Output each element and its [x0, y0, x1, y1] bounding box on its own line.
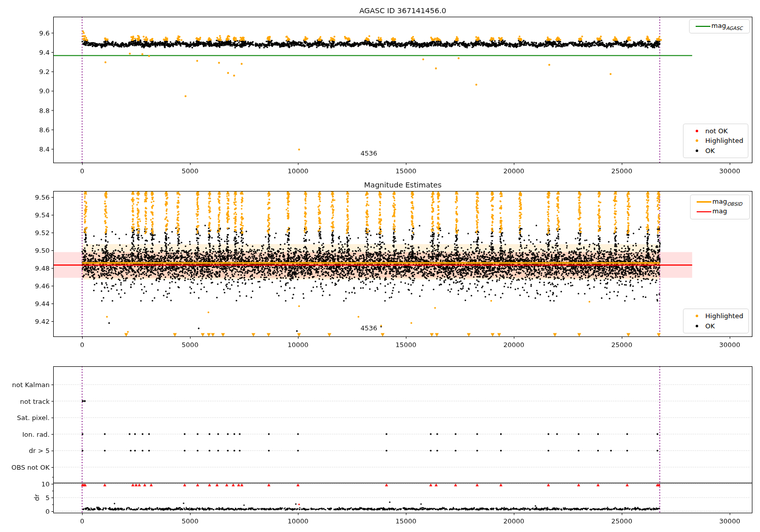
x-tick-label: 0: [80, 517, 84, 525]
legend-label: magOBSID: [712, 198, 742, 207]
category-label: Sat. pixel.: [17, 414, 50, 422]
not-ok-dot-swatch: [696, 130, 698, 132]
legend-label: mag: [712, 207, 727, 216]
highlighted-dot-swatch: [696, 315, 698, 317]
x-tick-label: 30000: [719, 341, 740, 349]
x-tick-label: 5000: [182, 341, 199, 349]
category-label: dr > 5: [29, 447, 50, 454]
x-tick-label: 20000: [504, 341, 524, 349]
x-tick-label: 10000: [287, 341, 308, 349]
legend-entry: OK: [688, 146, 743, 156]
y-tick-label: 9.54: [35, 211, 50, 219]
mag-agasc-line-swatch: [696, 26, 710, 27]
y-tick-label: 9.48: [35, 264, 50, 272]
legend-swatch-wrap: [688, 325, 705, 327]
mag-obsid-line-swatch: [697, 201, 711, 203]
dr-axis-label: dr: [33, 494, 41, 501]
legend-label: magAGASC: [711, 22, 743, 31]
x-tick-label: 30000: [719, 517, 740, 525]
category-label: OBS not OK: [12, 464, 50, 471]
legend-label: Highlighted: [705, 137, 743, 144]
legend-entry: Highlighted: [688, 136, 743, 145]
legend-mid-status: Highlighted OK: [683, 309, 749, 333]
chart2-title: Magnitude Estimates: [53, 181, 752, 189]
highlighted-dot-swatch: [696, 139, 698, 142]
legend-entry: OK: [688, 321, 744, 331]
x-tick-label: 20000: [504, 517, 524, 525]
x-tick-label: 15000: [395, 167, 416, 175]
y-tick-label: 9.46: [35, 282, 50, 290]
ok-dot-swatch: [696, 149, 698, 152]
legend-swatch-wrap: [688, 139, 705, 142]
legend-label: not OK: [705, 127, 728, 135]
x-tick-label: 0: [80, 167, 84, 175]
x-tick-label: 25000: [612, 517, 632, 525]
legend-mag-lines: magOBSID mag: [690, 195, 750, 219]
legend-label: OK: [705, 322, 715, 330]
legend-swatch-wrap: [695, 211, 712, 212]
chart1-title: AGASC ID 367141456.0: [53, 7, 752, 15]
legend-label: Highlighted: [705, 312, 743, 320]
dr-tick-label: 0: [46, 508, 50, 515]
chart1-annotation: 4536: [360, 149, 377, 157]
y-tick-label: 9.4: [39, 48, 50, 56]
x-tick-label: 20000: [504, 167, 524, 175]
dr-tick-label: 5: [46, 494, 50, 502]
x-tick-label: 0: [80, 341, 84, 349]
y-tick-label: 9.50: [35, 247, 50, 254]
category-label: Ion. rad.: [22, 430, 50, 438]
legend-entry: magAGASC: [694, 22, 745, 31]
figure: AGASC ID 367141456.0 Magnitude Estimates…: [0, 0, 760, 532]
y-tick-label: 9.0: [39, 87, 50, 95]
x-tick-label: 25000: [612, 167, 632, 175]
y-tick-label: 9.56: [35, 194, 50, 201]
legend-swatch-wrap: [688, 149, 705, 152]
category-label: not Kalman: [12, 381, 50, 389]
legend-label: OK: [705, 147, 715, 155]
x-tick-label: 10000: [287, 517, 308, 525]
x-tick-label: 25000: [612, 341, 632, 349]
y-tick-label: 8.4: [39, 145, 50, 153]
ok-dot-swatch: [696, 325, 698, 327]
legend-swatch-wrap: [695, 201, 712, 203]
legend-swatch-wrap: [694, 26, 711, 27]
legend-entry: Highlighted: [688, 311, 744, 321]
x-tick-label: 10000: [287, 167, 308, 175]
x-tick-label: 5000: [182, 517, 199, 525]
legend-swatch-wrap: [688, 130, 705, 132]
legend-mag-agasc: magAGASC: [689, 19, 750, 33]
legend-swatch-wrap: [688, 315, 705, 317]
legend-entry: mag: [695, 207, 745, 217]
y-tick-label: 9.44: [35, 300, 50, 308]
x-tick-label: 30000: [719, 167, 740, 175]
x-tick-label: 15000: [395, 517, 416, 525]
y-tick-label: 8.8: [39, 106, 50, 114]
y-tick-label: 9.52: [35, 229, 50, 237]
legend-entry: not OK: [688, 126, 743, 136]
x-tick-label: 15000: [395, 341, 416, 349]
y-tick-label: 9.42: [35, 318, 50, 325]
chart2-annotation: 4536: [360, 324, 377, 332]
y-tick-label: 9.2: [39, 68, 50, 75]
legend-top-status: not OK Highlighted OK: [683, 124, 748, 158]
y-tick-label: 8.6: [39, 126, 50, 133]
plot-canvas: [0, 0, 760, 532]
legend-entry: magOBSID: [695, 197, 745, 207]
y-tick-label: 9.6: [39, 29, 50, 36]
x-tick-label: 5000: [182, 167, 199, 175]
mag-line-swatch: [697, 211, 711, 212]
dr-tick-label: 10: [41, 480, 50, 488]
category-label: not track: [20, 397, 50, 405]
